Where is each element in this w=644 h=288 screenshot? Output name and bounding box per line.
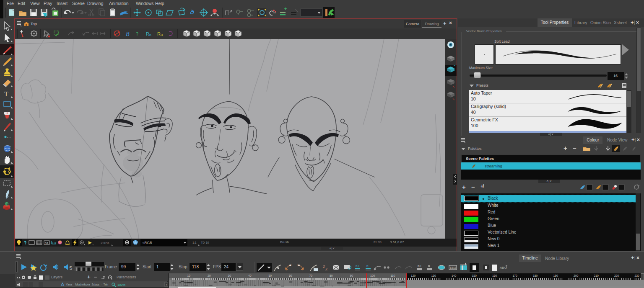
svg-text:TD-10: TD-10: [201, 241, 209, 244]
svg-text:R: R: [157, 31, 161, 36]
svg-text:KB: KB: [45, 242, 48, 244]
svg-text:230: 230: [635, 274, 640, 277]
svg-text:1:1: 1:1: [192, 241, 197, 244]
svg-text:20: 20: [208, 274, 211, 277]
svg-text:140: 140: [452, 274, 457, 277]
svg-text:40: 40: [248, 274, 252, 277]
svg-text:S: S: [69, 265, 72, 270]
svg-text:170: 170: [513, 274, 518, 277]
svg-text:160: 160: [492, 274, 497, 277]
svg-text:100: 100: [370, 274, 375, 277]
svg-text:K+: K+: [356, 264, 360, 268]
svg-text:130: 130: [431, 274, 436, 277]
svg-text:K−: K−: [428, 264, 432, 268]
svg-text:200: 200: [574, 274, 579, 277]
svg-text:60: 60: [289, 274, 292, 277]
svg-text:T: T: [4, 90, 8, 98]
svg-text:EEG: EEG: [450, 266, 456, 269]
svg-text:70: 70: [309, 274, 313, 277]
svg-text:210: 210: [594, 274, 599, 277]
svg-text:B: B: [126, 31, 130, 37]
svg-text:50: 50: [269, 274, 272, 277]
svg-text:80: 80: [330, 274, 333, 277]
svg-text:B: B: [161, 33, 163, 37]
svg-text:110: 110: [391, 274, 395, 277]
svg-text:90: 90: [350, 274, 353, 277]
svg-text:ABC: ABC: [500, 266, 507, 270]
svg-text:R: R: [146, 31, 149, 36]
svg-text:K: K: [149, 33, 152, 37]
svg-text:10: 10: [187, 274, 191, 277]
svg-text:230%: 230%: [101, 241, 109, 245]
svg-text:sRGB: sRGB: [143, 241, 152, 245]
svg-text:30: 30: [228, 274, 231, 277]
svg-text:?: ?: [136, 31, 138, 36]
svg-text:K+: K+: [418, 264, 422, 268]
svg-text:K−: K−: [366, 264, 371, 268]
svg-text:Z: Z: [325, 267, 328, 271]
svg-text:190: 190: [553, 274, 558, 277]
svg-text:180: 180: [533, 274, 538, 277]
svg-text:120: 120: [411, 274, 416, 277]
svg-text:150: 150: [472, 274, 477, 277]
svg-text:220: 220: [614, 274, 619, 277]
